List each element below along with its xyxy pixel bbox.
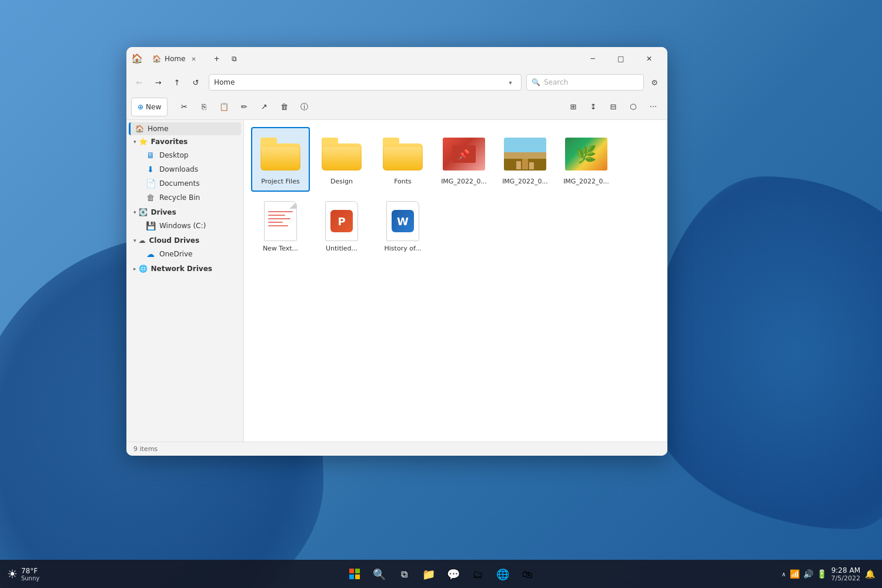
sidebar-item-windows-c[interactable]: 💾 Windows (C:) <box>129 219 241 233</box>
store-icon: 🛍 <box>522 568 533 580</box>
favorites-star-icon: ⭐ <box>139 138 148 146</box>
sidebar-header-drives[interactable]: ▾ 💽 Drives <box>129 206 241 219</box>
folder-shape-fonts <box>383 138 423 171</box>
sidebar-header-network[interactable]: ▸ 🌐 Network Drives <box>129 262 241 275</box>
cloud-drives-icon: ☁ <box>139 236 146 245</box>
file-name-word: History of... <box>385 245 422 253</box>
file-item-fonts[interactable]: Fonts <box>373 127 432 192</box>
arrange-tabs-button[interactable]: ⧉ <box>227 49 242 68</box>
img1-icon-container: 📌 <box>443 133 485 175</box>
chat-button[interactable]: 💬 <box>443 563 464 584</box>
address-dropdown-icon[interactable]: ▾ <box>505 75 516 90</box>
sidebar-item-onedrive[interactable]: ☁ OneDrive <box>129 247 241 261</box>
maximize-button[interactable]: □ <box>607 49 634 68</box>
edge-button[interactable]: 🌐 <box>492 563 513 584</box>
colorful-files-button[interactable]: 🗂 <box>467 563 489 584</box>
close-button[interactable]: ✕ <box>636 49 663 68</box>
address-bar[interactable]: Home ▾ <box>209 74 522 91</box>
drives-disk-icon: 💽 <box>139 208 148 216</box>
delete-icon: 🗑 <box>279 102 289 112</box>
forward-button[interactable]: → <box>150 74 166 91</box>
minimize-button[interactable]: ─ <box>579 49 606 68</box>
img3-thumbnail: 🌿 <box>565 138 607 171</box>
new-plus-icon: ⊕ <box>138 103 143 111</box>
file-item-img1[interactable]: 📌 IMG_2022_0... <box>435 127 493 192</box>
more-button[interactable]: ··· <box>644 98 663 116</box>
file-item-ppt[interactable]: P Untitled... <box>312 194 371 259</box>
view-button[interactable]: ⊞ <box>564 98 583 116</box>
tab-home[interactable]: 🏠 Home ✕ <box>146 51 204 66</box>
explorer-window: 🏠 🏠 Home ✕ + ⧉ ─ □ ✕ ← → ↑ ↺ Home ▾ 🔍 Se… <box>126 47 667 456</box>
cut-icon: ✂ <box>179 102 189 112</box>
search-placeholder: Search <box>544 78 568 86</box>
info-button[interactable]: ⓘ <box>295 98 313 116</box>
sidebar-item-downloads[interactable]: ⬇ Downloads <box>129 162 241 176</box>
address-text: Home <box>214 78 505 86</box>
img1-thumbnail: 📌 <box>443 138 485 171</box>
rename-button[interactable]: ✏ <box>235 98 253 116</box>
sidebar-section-cloud: ▾ ☁ Cloud Drives ☁ OneDrive <box>126 234 243 261</box>
up-button[interactable]: ↑ <box>169 74 185 91</box>
ppt-icon-container: P <box>320 200 363 242</box>
refresh-button[interactable]: ↺ <box>188 74 204 91</box>
file-item-img3[interactable]: 🌿 IMG_2022_0... <box>557 127 616 192</box>
svg-rect-3 <box>355 574 360 579</box>
cut-button[interactable]: ✂ <box>175 98 193 116</box>
search-icon: 🔍 <box>532 78 540 86</box>
share-icon: ↗ <box>259 102 269 112</box>
search-bar[interactable]: 🔍 Search <box>526 74 644 91</box>
task-view-button[interactable]: ⧉ <box>393 563 415 584</box>
task-view-icon: ⧉ <box>401 569 407 580</box>
theme-button[interactable]: ⬡ <box>624 98 643 116</box>
weather-info: 78°F Sunny <box>21 567 39 582</box>
delete-button[interactable]: 🗑 <box>275 98 293 116</box>
sidebar-header-cloud[interactable]: ▾ ☁ Cloud Drives <box>129 234 241 247</box>
file-item-project-files[interactable]: Project Files <box>251 127 310 192</box>
share-button[interactable]: ↗ <box>255 98 273 116</box>
chevron-down-icon: ▾ <box>133 139 136 145</box>
status-bar: 9 items <box>126 442 667 456</box>
taskbar-search-button[interactable]: 🔍 <box>369 563 390 584</box>
settings-button[interactable]: ⚙ <box>646 74 663 91</box>
new-tab-button[interactable]: + <box>209 49 224 68</box>
folder-shape-design <box>322 138 362 171</box>
search-taskbar-icon: 🔍 <box>373 568 386 580</box>
ppt-inner-icon: P <box>330 210 353 232</box>
chevron-up-icon[interactable]: ∧ <box>781 571 786 577</box>
clock-widget[interactable]: 9:28 AM 7/5/2022 <box>831 566 860 582</box>
paste-button[interactable]: 📋 <box>215 98 233 116</box>
cloud-drives-label: Cloud Drives <box>149 236 200 245</box>
group-button[interactable]: ⊟ <box>604 98 623 116</box>
sort-button[interactable]: ↕ <box>584 98 603 116</box>
file-item-img2[interactable]: IMG_2022_0... <box>496 127 554 192</box>
sidebar-header-favorites[interactable]: ▾ ⭐ Favorites <box>129 135 241 148</box>
window-controls: ─ □ ✕ <box>579 49 663 68</box>
sidebar-item-documents[interactable]: 📄 Documents <box>129 176 241 191</box>
file-explorer-taskbar-button[interactable]: 📁 <box>418 563 439 584</box>
home-icon: 🏠 <box>135 125 144 133</box>
start-button[interactable] <box>344 563 365 584</box>
file-explorer-taskbar-icon: 📁 <box>422 568 435 580</box>
new-button-label: New <box>146 103 161 111</box>
weather-temp: 78°F <box>21 567 39 575</box>
recycle-bin-label: Recycle Bin <box>159 193 200 202</box>
new-button[interactable]: ⊕ New <box>131 98 168 116</box>
sidebar-item-recycle-bin[interactable]: 🗑 Recycle Bin <box>129 191 241 205</box>
onedrive-label: OneDrive <box>159 250 192 258</box>
svg-rect-2 <box>349 574 354 579</box>
store-button[interactable]: 🛍 <box>517 563 538 584</box>
file-item-word[interactable]: W History of... <box>373 194 432 259</box>
tab-close-button[interactable]: ✕ <box>189 54 198 64</box>
copy-button[interactable]: ⎘ <box>195 98 213 116</box>
notification-icon[interactable]: 🔔 <box>865 569 875 579</box>
sidebar-item-desktop[interactable]: 🖥 Desktop <box>129 148 241 162</box>
sidebar-item-home[interactable]: 🏠 Home <box>129 122 241 135</box>
svg-rect-1 <box>355 569 360 573</box>
window-app-icon: 🏠 <box>131 53 143 65</box>
file-item-design[interactable]: Design <box>312 127 371 192</box>
file-item-new-text[interactable]: New Text... <box>251 194 310 259</box>
sort-icon: ↕ <box>589 102 598 112</box>
onedrive-icon: ☁ <box>145 249 156 259</box>
back-button[interactable]: ← <box>131 74 148 91</box>
weather-widget[interactable]: ☀️ 78°F Sunny <box>7 567 39 582</box>
